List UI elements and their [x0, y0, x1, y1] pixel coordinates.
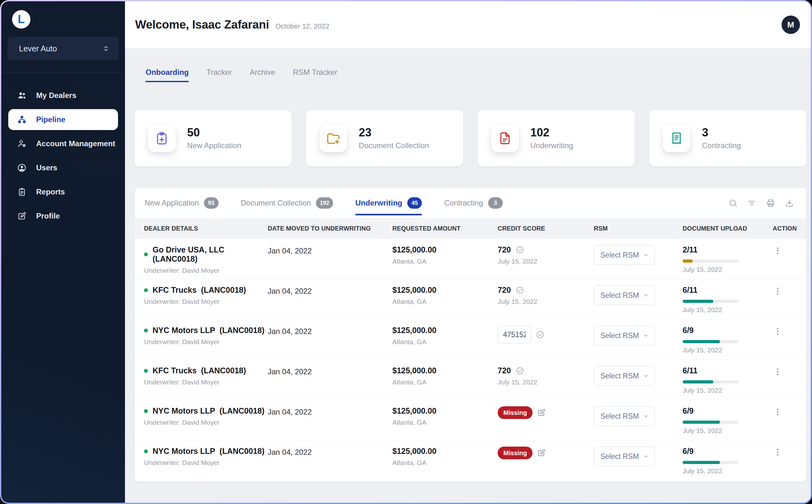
- count-badge: 3: [488, 197, 503, 209]
- check-circle-icon: [515, 366, 524, 375]
- document-upload-cell: 2/11 July 15, 2022: [683, 245, 773, 273]
- status-dot-icon: [144, 288, 148, 292]
- doc-upload-count: 6/11: [683, 366, 773, 375]
- table-tab-label: Contracting: [444, 199, 483, 207]
- row-actions-menu-button[interactable]: [773, 326, 783, 337]
- kebab-icon: [773, 326, 783, 337]
- doc-upload-date: July 15, 2022: [683, 346, 773, 354]
- requested-amount-cell: $125,000.00 Atlanta, GA: [392, 285, 498, 305]
- count-badge: 93: [204, 197, 219, 209]
- dealer-location: Atlanta, GA: [392, 258, 498, 265]
- credit-score-cell: Missing: [498, 447, 594, 459]
- select-rsm-dropdown[interactable]: Select RSM: [594, 326, 655, 345]
- table-tab-new-application[interactable]: New Application 93: [145, 197, 219, 209]
- stat-value: 3: [702, 126, 741, 139]
- select-rsm-dropdown[interactable]: Select RSM: [594, 447, 655, 466]
- table-tab-underwriting[interactable]: Underwriting 45: [355, 197, 422, 209]
- stat-label: Underwriting: [530, 141, 573, 150]
- select-rsm-dropdown[interactable]: Select RSM: [594, 285, 655, 305]
- row-actions-menu-button[interactable]: [773, 286, 783, 296]
- users-group-icon: [17, 91, 27, 100]
- credit-score-date: July 15, 2022: [498, 298, 594, 305]
- sidebar-item-reports[interactable]: Reports: [8, 181, 118, 202]
- stat-card-contracting[interactable]: 3 Contracting: [649, 110, 806, 166]
- table-tab-document-collection[interactable]: Document Collection 192: [241, 197, 333, 209]
- row-actions-menu-button[interactable]: [773, 447, 783, 457]
- select-rsm-dropdown[interactable]: Select RSM: [594, 406, 655, 426]
- doc-upload-count: 2/11: [683, 245, 773, 254]
- filter-icon: [747, 198, 757, 208]
- rsm-cell: Select RSM: [594, 326, 683, 345]
- dealer-details-cell: Go Drive USA, LLC (LANC0018) Underwriter…: [144, 245, 268, 274]
- credit-score-cell: 720 July 15, 2022: [498, 245, 594, 265]
- document-upload-cell: 6/9 July 15, 2022: [683, 447, 773, 475]
- action-cell: [773, 406, 797, 418]
- edit-credit-button[interactable]: [537, 448, 546, 457]
- table-tab-contracting[interactable]: Contracting 3: [444, 197, 503, 209]
- sidebar-item-users[interactable]: Users: [8, 157, 118, 178]
- kebab-icon: [773, 367, 783, 377]
- edit-credit-button[interactable]: [537, 408, 546, 417]
- requested-amount-cell: $125,000.00 Atlanta, GA: [392, 447, 498, 467]
- tab-onboarding[interactable]: Onboarding: [146, 68, 189, 82]
- dealer-location: Atlanta, GA: [392, 419, 498, 426]
- requested-amount-cell: $125,000.00 Atlanta, GA: [392, 245, 498, 265]
- check-circle-icon: [536, 330, 545, 339]
- row-actions-menu-button[interactable]: [773, 407, 783, 417]
- credit-score-date: July 15, 2022: [498, 378, 594, 386]
- chevron-down-icon: [642, 372, 650, 380]
- doc-upload-date: July 15, 2022: [683, 427, 773, 435]
- status-dot-icon: [144, 449, 148, 453]
- credit-score-cell: [498, 326, 594, 344]
- dealer-name: NYC Motors LLP (LANC0018): [153, 326, 265, 335]
- underwriter-label: Underwriter: David Moyer: [144, 267, 268, 274]
- select-rsm-dropdown[interactable]: Select RSM: [594, 366, 655, 386]
- dealer-name: KFC Trucks (LANC0018): [153, 285, 246, 295]
- requested-amount-cell: $125,000.00 Atlanta, GA: [392, 406, 498, 426]
- credit-missing-badge: Missing: [498, 406, 533, 419]
- action-cell: [773, 366, 797, 378]
- action-cell: [773, 285, 797, 298]
- select-rsm-dropdown[interactable]: Select RSM: [594, 245, 655, 265]
- page-date: October 12, 2022: [275, 22, 329, 30]
- stat-card-new-application[interactable]: 50 New Application: [134, 110, 291, 166]
- doc-upload-count: 6/11: [683, 285, 773, 295]
- search-button[interactable]: [728, 198, 738, 208]
- credit-score-input[interactable]: [498, 326, 531, 344]
- rsm-cell: Select RSM: [594, 245, 683, 265]
- filter-button[interactable]: [747, 198, 757, 208]
- stat-card-underwriting[interactable]: 102 Underwriting: [478, 110, 635, 166]
- kebab-icon: [773, 407, 783, 417]
- sidebar-item-pipeline[interactable]: Pipeline: [8, 109, 118, 130]
- download-button[interactable]: [784, 198, 794, 208]
- action-cell: [773, 245, 797, 257]
- dealer-details-cell: KFC Trucks (LANC0018) Underwriter: David…: [144, 285, 268, 305]
- org-selector[interactable]: Lever Auto: [8, 37, 119, 60]
- tab-archive[interactable]: Archive: [250, 68, 275, 82]
- printer-icon: [766, 198, 776, 208]
- kebab-icon: [773, 246, 783, 256]
- tab-tracker[interactable]: Tracker: [206, 68, 232, 82]
- select-rsm-label: Select RSM: [600, 331, 639, 340]
- printer-button[interactable]: [766, 198, 776, 208]
- date-moved-cell: Jan 04, 2022: [268, 245, 392, 255]
- row-actions-menu-button[interactable]: [773, 246, 783, 256]
- requested-amount-cell: $125,000.00 Atlanta, GA: [392, 326, 498, 346]
- column-header-rsm: RSM: [594, 225, 683, 232]
- date-moved-cell: Jan 04, 2022: [268, 326, 392, 336]
- sidebar-item-profile[interactable]: Profile: [8, 206, 118, 226]
- sidebar-item-account-management[interactable]: Account Management: [8, 133, 118, 154]
- avatar[interactable]: M: [782, 16, 800, 34]
- amount-value: $125,000.00: [392, 326, 498, 335]
- sidebar-item-label: Account Management: [36, 139, 115, 148]
- search-icon: [728, 198, 738, 208]
- row-actions-menu-button[interactable]: [773, 367, 783, 377]
- underwriter-label: Underwriter: David Moyer: [144, 378, 268, 386]
- user-gear-icon: [17, 139, 27, 148]
- count-badge: 192: [316, 197, 333, 209]
- stat-card-document-collection[interactable]: 23 Document Collection: [306, 110, 463, 166]
- tab-rsm-tracker[interactable]: RSM Tracker: [293, 68, 337, 82]
- main-tabs: OnboardingTrackerArchiveRSM Tracker: [146, 68, 811, 82]
- sidebar-item-my-dealers[interactable]: My Dealers: [8, 85, 118, 106]
- table-tab-label: New Application: [145, 199, 199, 207]
